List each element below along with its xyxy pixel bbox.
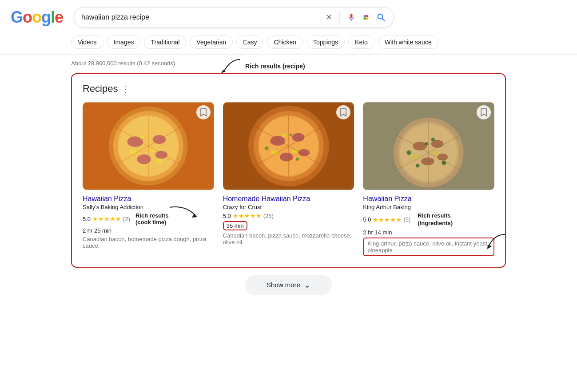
lens-icon	[361, 12, 371, 22]
svg-point-36	[296, 158, 299, 161]
cook-time-arrow-svg	[165, 203, 201, 221]
search-icon	[376, 12, 386, 22]
recipe-title-link-3[interactable]: Hawaiian Pizza	[363, 195, 494, 203]
recipe-source-3: King Arthur Baking	[363, 204, 494, 210]
recipe-card-2[interactable]: Homemade Hawaiian Pizza Crazy for Crust …	[223, 102, 354, 256]
svg-point-51	[407, 150, 411, 155]
recipe-card-3[interactable]: Hawaiian Pizza King Arthur Baking 5.0 ★★…	[363, 102, 494, 256]
rating-value-3: 5.0	[363, 216, 371, 223]
svg-rect-57	[434, 151, 438, 154]
bookmark-icon-2	[340, 108, 347, 117]
svg-point-14	[137, 154, 151, 164]
show-more-button[interactable]: Show more ⌄	[245, 275, 332, 295]
svg-rect-19	[156, 159, 162, 163]
result-count: About 28,900,000 results (0.42 seconds)	[71, 60, 175, 67]
filter-chip-white-sauce[interactable]: With white sauce	[378, 36, 438, 49]
recipe-image-1	[83, 102, 214, 190]
pizza-image-svg-2	[223, 102, 354, 190]
stars-1: ★★★★★	[92, 215, 121, 222]
filter-chip-easy[interactable]: Easy	[236, 36, 263, 49]
clear-button[interactable]: ✕	[326, 12, 332, 22]
google-logo: Google	[11, 8, 63, 27]
rich-results-annotation: Rich results (recipe)	[218, 57, 305, 75]
recipe-ingredients-2: Canadian bacon, pizza sauce, mozzarella …	[223, 232, 354, 245]
filter-chip-images[interactable]: Images	[107, 36, 141, 49]
svg-point-35	[265, 147, 268, 150]
bookmark-btn-1[interactable]	[196, 105, 211, 119]
recipe-rating-row-3: 5.0 ★★★★★ (5) Rich results(ingredients)	[363, 212, 494, 227]
cook-time-arrow	[165, 203, 201, 221]
chevron-down-icon: ⌄	[304, 280, 310, 290]
review-count-1: (2)	[123, 216, 130, 222]
cook-time-annotation-label: Rich results(cook time)	[135, 212, 168, 226]
show-more-container: Show more ⌄	[0, 275, 577, 295]
more-options-icon[interactable]: ⋮	[121, 83, 130, 94]
review-count-2: (25)	[263, 213, 274, 219]
lens-button[interactable]	[361, 12, 371, 22]
header: Google ✕	[0, 0, 577, 33]
svg-point-30	[280, 153, 293, 162]
bookmark-icon-3	[480, 108, 487, 117]
pizza-image-svg-3	[363, 102, 494, 190]
svg-line-5	[382, 18, 384, 20]
filter-chip-toppings[interactable]: Toppings	[306, 36, 345, 49]
recipes-title: Recipes	[83, 83, 118, 95]
svg-rect-33	[292, 150, 297, 153]
recipe-title-link-2[interactable]: Homemade Hawaiian Pizza	[223, 195, 354, 203]
svg-point-49	[421, 158, 434, 166]
svg-point-28	[270, 136, 285, 146]
search-button[interactable]	[376, 12, 386, 22]
ingredients-arrow-svg	[485, 232, 508, 250]
svg-marker-41	[192, 214, 197, 218]
search-icons: ✕	[326, 12, 386, 23]
stars-2: ★★★★★	[233, 212, 262, 219]
svg-point-47	[413, 142, 427, 150]
result-area: About 28,900,000 results (0.42 seconds) …	[0, 55, 577, 70]
show-more-label: Show more	[267, 281, 300, 289]
svg-point-2	[364, 17, 366, 20]
recipe-image-3	[363, 102, 494, 190]
svg-rect-18	[139, 135, 144, 139]
svg-point-50	[438, 154, 448, 161]
svg-point-55	[425, 143, 428, 146]
svg-point-3	[366, 17, 369, 20]
ingredients-arrow	[485, 232, 508, 252]
microphone-button[interactable]	[347, 13, 356, 22]
recipes-header: Recipes ⋮	[83, 83, 494, 95]
recipe-card-1[interactable]: Hawaiian Pizza Sally's Baking Addiction …	[83, 102, 214, 256]
rating-value-2: 5.0	[223, 213, 231, 219]
recipe-title-link-1[interactable]: Hawaiian Pizza	[83, 195, 214, 203]
filter-bar: Videos Images Traditional Vegetarian Eas…	[0, 33, 577, 55]
recipes-container: Recipes ⋮	[71, 73, 506, 268]
filter-chip-traditional[interactable]: Traditional	[144, 36, 186, 49]
time-highlight-box: 35 min	[223, 221, 247, 230]
divider	[339, 12, 340, 23]
svg-point-15	[155, 151, 168, 159]
recipe-time-2: 35 min	[223, 221, 354, 230]
mic-icon	[347, 13, 356, 22]
recipes-grid-wrapper: Hawaiian Pizza Sally's Baking Addiction …	[83, 102, 494, 256]
svg-point-52	[431, 138, 435, 141]
filter-chip-videos[interactable]: Videos	[71, 36, 103, 49]
ingredients-annotation-label: Rich results(ingredients)	[418, 212, 453, 227]
recipe-rating-row-2: 5.0 ★★★★★ (25)	[223, 212, 354, 219]
rich-results-recipe-label: Rich results (recipe)	[245, 63, 305, 70]
recipe-time-3: 2 hr 14 min	[363, 229, 494, 236]
filter-chip-keto[interactable]: Keto	[348, 36, 374, 49]
filter-chip-chicken[interactable]: Chicken	[267, 36, 303, 49]
recipe-time-1: 2 hr 25 min	[83, 227, 214, 234]
svg-point-1	[366, 15, 369, 18]
svg-rect-34	[282, 134, 287, 137]
rating-value-1: 5.0	[83, 216, 91, 222]
review-count-3: (5)	[403, 216, 410, 223]
bookmark-btn-3[interactable]	[477, 105, 491, 119]
ingredients-highlight-box: King arthur, pizza sauce, olive oil, ins…	[363, 238, 494, 256]
search-input[interactable]	[81, 13, 326, 21]
filter-chip-vegetarian[interactable]: Vegetarian	[190, 36, 233, 49]
recipes-grid: Hawaiian Pizza Sally's Baking Addiction …	[83, 102, 494, 256]
svg-point-37	[289, 134, 292, 136]
recipe-image-2	[223, 102, 354, 190]
pizza-image-svg-1	[83, 102, 214, 190]
recipe-source-2: Crazy for Crust	[223, 204, 354, 210]
recipe-ingredients-1: Canadian bacon, homemade pizza dough, pi…	[83, 236, 214, 249]
